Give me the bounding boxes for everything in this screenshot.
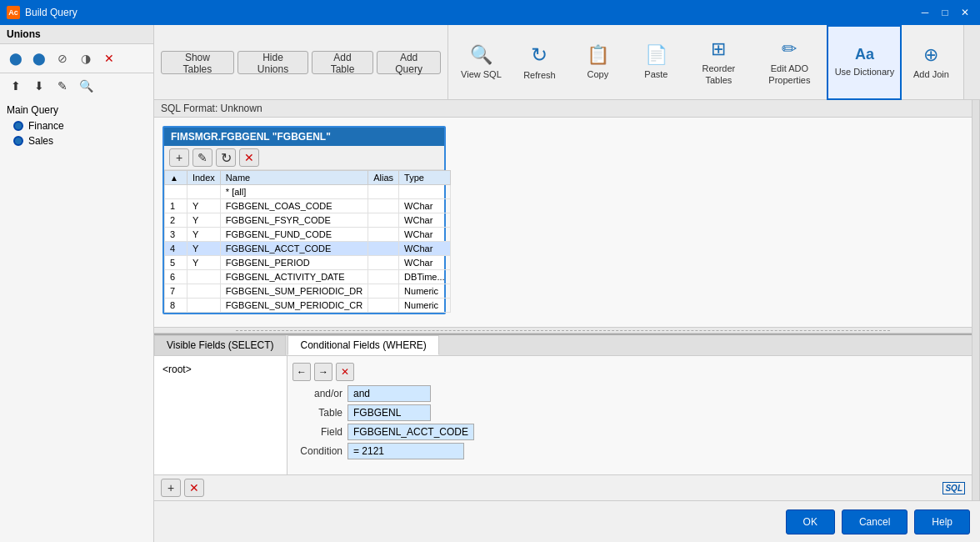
delete-union-button[interactable]: ✕ xyxy=(98,48,120,69)
sql-format-bar: SQL Format: Unknown xyxy=(154,100,972,118)
minus-button[interactable]: ⊘ xyxy=(52,48,73,69)
add-condition-button[interactable]: + xyxy=(161,479,181,497)
col-alias[interactable]: Alias xyxy=(368,171,399,185)
properties-button[interactable]: ✎ xyxy=(52,75,73,97)
table-row[interactable]: 6FGBGENL_ACTIVITY_DATEDBTime... xyxy=(165,270,451,284)
sidebar: Unions ⬤ ⬤ ⊘ ◑ ✕ ⬆ ⬇ ✎ 🔍 Main Query Fina… xyxy=(0,25,154,542)
minimize-button[interactable]: ─ xyxy=(917,5,933,20)
db-table-box: FIMSMGR.FGBGENL "FGBGENL" + ✎ ↻ ✕ ▲ xyxy=(162,126,446,314)
resize-handle[interactable] xyxy=(154,327,972,334)
add-query-button[interactable]: Add Query xyxy=(377,51,442,74)
finance-label: Finance xyxy=(28,120,64,132)
condition-area: <root> ← → ✕ and/or and xyxy=(154,356,972,474)
sql-format-text: SQL Format: Unknown xyxy=(161,103,262,114)
reorder-icon: ⊞ xyxy=(711,38,726,60)
bottom-area: Visible Fields (SELECT) Conditional Fiel… xyxy=(154,334,972,500)
edit-field-button[interactable]: ✎ xyxy=(192,148,212,167)
paste-icon: 📄 xyxy=(645,44,668,66)
close-button[interactable]: ✕ xyxy=(957,5,973,20)
arrow-right-button[interactable]: → xyxy=(314,363,332,381)
sales-dot xyxy=(13,136,23,146)
maximize-button[interactable]: □ xyxy=(937,5,953,20)
main-layout: Unions ⬤ ⬤ ⊘ ◑ ✕ ⬆ ⬇ ✎ 🔍 Main Query Fina… xyxy=(0,25,980,542)
use-dictionary-tool[interactable]: Aa Use Dictionary xyxy=(827,25,902,100)
table-row[interactable]: 4YFGBGENL_ACCT_CODEWChar xyxy=(165,242,451,256)
copy-tool[interactable]: 📋 Copy xyxy=(568,25,627,100)
refresh-fields-button[interactable]: ↻ xyxy=(216,148,236,167)
cancel-button[interactable]: Cancel xyxy=(842,509,908,534)
copy-label: Copy xyxy=(588,69,609,80)
refresh-tool[interactable]: ↻ Refresh xyxy=(510,25,568,100)
add-union-button[interactable]: ⬤ xyxy=(5,48,27,69)
toolbar-left: Show Tables Hide Unions Add Table Add Qu… xyxy=(154,25,448,99)
add-join-tool[interactable]: ⊕ Add Join xyxy=(902,25,960,100)
sidebar-items: Main Query Finance Sales xyxy=(0,98,153,542)
col-index[interactable]: Index xyxy=(187,171,220,185)
paste-tool[interactable]: 📄 Paste xyxy=(627,25,685,100)
col-type[interactable]: Type xyxy=(399,171,451,185)
remove-field-button[interactable]: ✕ xyxy=(239,148,259,167)
intersect-button[interactable]: ◑ xyxy=(75,48,97,69)
db-table-title: FIMSMGR.FGBGENL "FGBGENL" xyxy=(171,131,331,143)
move-down-button[interactable]: ⬇ xyxy=(28,75,50,97)
use-dictionary-icon: Aa xyxy=(855,46,874,63)
use-dictionary-label: Use Dictionary xyxy=(835,67,895,78)
ok-button[interactable]: OK xyxy=(786,509,835,534)
sidebar-second-row: ⬆ ⬇ ✎ 🔍 xyxy=(0,73,153,98)
toolbar: Show Tables Hide Unions Add Table Add Qu… xyxy=(154,25,980,100)
table-row[interactable]: 2YFGBGENL_FSYR_CODEWChar xyxy=(165,213,451,228)
and-or-value[interactable]: and xyxy=(348,385,431,402)
db-table-header: FIMSMGR.FGBGENL "FGBGENL" xyxy=(164,128,444,146)
table-area[interactable]: FIMSMGR.FGBGENL "FGBGENL" + ✎ ↻ ✕ ▲ xyxy=(154,118,972,327)
show-tables-button[interactable]: Show Tables xyxy=(161,51,234,74)
refresh-icon: ↻ xyxy=(531,43,548,67)
sidebar-icon-row: ⬤ ⬤ ⊘ ◑ ✕ xyxy=(0,44,153,73)
tab-conditional-fields[interactable]: Conditional Fields (WHERE) xyxy=(288,335,438,355)
query-main: SQL Format: Unknown FIMSMGR.FGBGENL "FGB… xyxy=(154,100,972,500)
field-value[interactable]: FGBGENL_ACCT_CODE xyxy=(348,424,474,440)
sidebar-header: Unions xyxy=(0,25,153,44)
condition-value[interactable]: = 2121 xyxy=(348,443,464,459)
table-row[interactable]: 7FGBGENL_SUM_PERIODIC_DRNumeric xyxy=(165,284,451,299)
arrow-left-button[interactable]: ← xyxy=(292,363,311,381)
remove-condition-button[interactable]: ✕ xyxy=(184,479,204,497)
right-resize-handle[interactable] xyxy=(972,100,980,500)
and-or-label: and/or xyxy=(292,388,342,399)
sidebar-item-finance[interactable]: Finance xyxy=(0,118,153,133)
col-name[interactable]: Name xyxy=(220,171,368,185)
table-value[interactable]: FGBGENL xyxy=(348,404,431,421)
add-table-button[interactable]: Add Table xyxy=(312,51,373,74)
tab-visible-fields[interactable]: Visible Fields (SELECT) xyxy=(154,335,286,355)
sidebar-main-query[interactable]: Main Query xyxy=(0,102,153,118)
table-row[interactable]: 5YFGBGENL_PERIODWChar xyxy=(165,256,451,270)
query-area: SQL Format: Unknown FIMSMGR.FGBGENL "FGB… xyxy=(154,100,980,500)
help-button[interactable]: Help xyxy=(914,509,970,534)
edit-ado-tool[interactable]: ✏ Edit ADO Properties xyxy=(752,25,827,100)
table-row[interactable]: 8FGBGENL_SUM_PERIODIC_CRNumeric xyxy=(165,299,451,313)
move-up-button[interactable]: ⬆ xyxy=(5,75,27,97)
sidebar-item-sales[interactable]: Sales xyxy=(0,133,153,148)
db-table-toolbar: + ✎ ↻ ✕ xyxy=(164,146,444,170)
content-area: Show Tables Hide Unions Add Table Add Qu… xyxy=(154,25,980,542)
view-sql-tool[interactable]: 🔍 View SQL xyxy=(452,25,510,100)
reorder-tables-tool[interactable]: ⊞ Reorder Tables xyxy=(685,25,752,100)
fields-table: ▲ Index Name Alias Type * [all]1YFGBGENL… xyxy=(164,170,451,313)
add-field-button[interactable]: + xyxy=(169,148,189,167)
hide-unions-button[interactable]: Hide Unions xyxy=(238,51,308,74)
tab-bar: Visible Fields (SELECT) Conditional Fiel… xyxy=(154,335,972,356)
search-button[interactable]: 🔍 xyxy=(75,75,97,97)
table-row: Table FGBGENL xyxy=(292,404,967,421)
add-join-label: Add Join xyxy=(913,69,949,80)
title-bar: Ac Build Query ─ □ ✕ xyxy=(0,0,980,25)
table-row[interactable]: 3YFGBGENL_FUND_CODEWChar xyxy=(165,228,451,242)
dialog-footer: OK Cancel Help xyxy=(154,500,980,542)
view-sql-label: View SQL xyxy=(461,69,502,80)
delete-condition-button[interactable]: ✕ xyxy=(336,363,354,381)
table-row[interactable]: 1YFGBGENL_COAS_CODEWChar xyxy=(165,199,451,213)
refresh-label: Refresh xyxy=(523,70,556,81)
bottom-toolbar: + ✕ SQL xyxy=(154,474,972,500)
col-sort[interactable]: ▲ xyxy=(165,171,188,185)
union-type-button[interactable]: ⬤ xyxy=(28,48,50,69)
reorder-label: Reorder Tables xyxy=(690,63,747,85)
tree-root-node[interactable]: <root> xyxy=(159,361,282,378)
